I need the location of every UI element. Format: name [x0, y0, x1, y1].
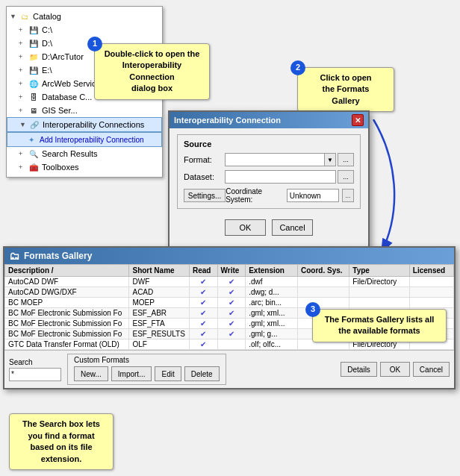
- tree-item-gis[interactable]: + 🖥 GIS Ser...: [7, 104, 162, 117]
- source-group: Source Format: ▼ ... Dataset: ... Settin…: [177, 134, 361, 209]
- edit-button[interactable]: Edit: [155, 366, 181, 381]
- format-dropdown-btn[interactable]: ▼: [324, 153, 336, 166]
- source-label: Source: [184, 140, 354, 148]
- search-section: Search: [9, 358, 61, 381]
- gallery-titlebar: 🗂 Formats Gallery: [4, 248, 454, 264]
- coord-input[interactable]: [287, 189, 339, 202]
- tree-label-arctut: D:\ArcTutor: [42, 52, 84, 61]
- cell-read: ✔: [190, 308, 218, 319]
- col-header-desc[interactable]: Description /: [5, 265, 129, 277]
- interop-icon: 🔗: [28, 119, 40, 131]
- expand-db-icon: +: [19, 93, 26, 101]
- cell-desc: BC MOEP: [5, 298, 129, 308]
- custom-formats-group: Custom Formats New... Import... Edit Del…: [67, 354, 226, 385]
- coord-browse-btn[interactable]: ...: [342, 189, 354, 202]
- cell-ext: .dwg; d...: [246, 287, 298, 298]
- import-button[interactable]: Import...: [111, 366, 152, 381]
- cell-lic: [409, 277, 453, 287]
- cell-read: ✔: [190, 339, 218, 350]
- expand-arctut-icon: +: [19, 53, 26, 60]
- cell-short: MOEP: [129, 298, 190, 308]
- gis-icon: 🖥: [28, 104, 40, 116]
- cell-short: OLF: [129, 339, 190, 350]
- details-button[interactable]: Details: [341, 362, 377, 377]
- coord-label: Coordinate System:: [226, 187, 284, 204]
- callout-search-text: The Search box letsyou find a formatbase…: [22, 419, 100, 463]
- tree-label-toolboxes: Toolboxes: [42, 163, 79, 172]
- dialog-cancel-button[interactable]: Cancel: [272, 219, 313, 236]
- tree-item-c[interactable]: + 💾 C:\: [7, 23, 162, 37]
- dataset-browse-btn[interactable]: ...: [338, 170, 354, 184]
- delete-button[interactable]: Delete: [184, 366, 220, 381]
- drive-d-icon: 💾: [28, 37, 40, 49]
- cell-desc: GTC Data Transfer Format (OLD): [5, 339, 129, 350]
- catalog-icon: 🗂: [19, 10, 31, 22]
- cell-write: ✔: [217, 319, 246, 329]
- table-row[interactable]: AutoCAD DWG/DXF ACAD ✔ ✔ .dwg; d...: [5, 287, 454, 298]
- expand-icon: ▼: [10, 13, 17, 20]
- cell-write: [217, 339, 246, 350]
- cell-type: File/Directory: [349, 277, 410, 287]
- custom-label: Custom Formats: [74, 356, 220, 364]
- cell-short: ESF_FTA: [129, 319, 190, 329]
- callout-number-3: 3: [305, 302, 320, 317]
- cell-read: ✔: [190, 298, 218, 308]
- table-row[interactable]: BC MOEP MOEP ✔ ✔ .arc; bin...: [5, 298, 454, 308]
- tree-item-add-interop[interactable]: ✦ Add Interoperability Connection: [7, 132, 162, 147]
- format-label: Format:: [184, 155, 225, 164]
- col-header-ext[interactable]: Extension: [246, 265, 298, 277]
- tree-item-toolboxes[interactable]: + 🧰 Toolboxes: [7, 160, 162, 174]
- cell-short: ESF_ABR: [129, 308, 190, 319]
- cell-read: ✔: [190, 329, 218, 339]
- tree-item-search[interactable]: + 🔍 Search Results: [7, 147, 162, 160]
- cell-ext: .gml; xml...: [246, 308, 298, 319]
- search-input[interactable]: [9, 368, 61, 381]
- gallery-icon: 🗂: [9, 250, 19, 262]
- cell-short: ESF_RESULTS: [129, 329, 190, 339]
- format-input[interactable]: [225, 153, 325, 166]
- callout-number-2: 2: [290, 60, 305, 75]
- dialog-ok-button[interactable]: OK: [225, 219, 266, 236]
- cell-write: ✔: [217, 298, 246, 308]
- cell-type: [349, 287, 410, 298]
- tree-item-interop[interactable]: ▼ 🔗 Interoperability Connections: [7, 117, 162, 132]
- format-row: Format: ▼ ...: [184, 153, 354, 166]
- expand-c-icon: +: [19, 26, 26, 34]
- dataset-row: Dataset: ...: [184, 170, 354, 184]
- expand-e-icon: +: [19, 66, 26, 74]
- col-header-short[interactable]: Short Name: [129, 265, 190, 277]
- cell-ext: .gml; g...: [246, 329, 298, 339]
- gallery-ok-button[interactable]: OK: [380, 362, 410, 377]
- dialog-close-button[interactable]: ✕: [352, 114, 364, 126]
- arcweb-icon: 🌐: [28, 78, 40, 90]
- cell-read: ✔: [190, 287, 218, 298]
- col-header-read[interactable]: Read: [190, 265, 218, 277]
- col-header-lic[interactable]: Licensed: [409, 265, 453, 277]
- tree-label-c: C:\: [42, 25, 52, 34]
- callout-3-text: The Formats Gallery lists allthe availab…: [325, 315, 435, 335]
- callout-3: 3 The Formats Gallery lists allthe avail…: [312, 309, 447, 342]
- table-row[interactable]: AutoCAD DWF DWF ✔ ✔ .dwf File/Directory: [5, 277, 454, 287]
- cell-ext: .gml; xml...: [246, 319, 298, 329]
- format-browse-btn[interactable]: ...: [338, 153, 354, 166]
- col-header-write[interactable]: Write: [217, 265, 246, 277]
- cell-coord: [297, 277, 349, 287]
- callout-1: 1 Double-click to open theInteroperabili…: [94, 43, 210, 100]
- dataset-input[interactable]: [225, 170, 336, 184]
- cell-type: [349, 298, 410, 308]
- gallery-cancel-button[interactable]: Cancel: [413, 362, 450, 377]
- dataset-label: Dataset:: [184, 172, 225, 181]
- cell-short: ACAD: [129, 287, 190, 298]
- cell-read: ✔: [190, 319, 218, 329]
- callout-1-text: Double-click to open theInteroperability…: [105, 49, 200, 93]
- callout-2-text: Click to openthe FormatsGallery: [320, 73, 371, 105]
- new-button[interactable]: New...: [74, 366, 108, 381]
- col-header-coord[interactable]: Coord. Sys.: [297, 265, 349, 277]
- gallery-footer: Search Custom Formats New... Import... E…: [4, 350, 454, 388]
- col-header-type[interactable]: Type: [349, 265, 410, 277]
- callout-search: The Search box letsyou find a formatbase…: [9, 413, 114, 470]
- settings-button[interactable]: Settings...: [184, 189, 226, 202]
- tree-label-d: D:\: [42, 39, 52, 48]
- catalog-root[interactable]: ▼ 🗂 Catalog: [7, 10, 162, 23]
- expand-d-icon: +: [19, 40, 26, 47]
